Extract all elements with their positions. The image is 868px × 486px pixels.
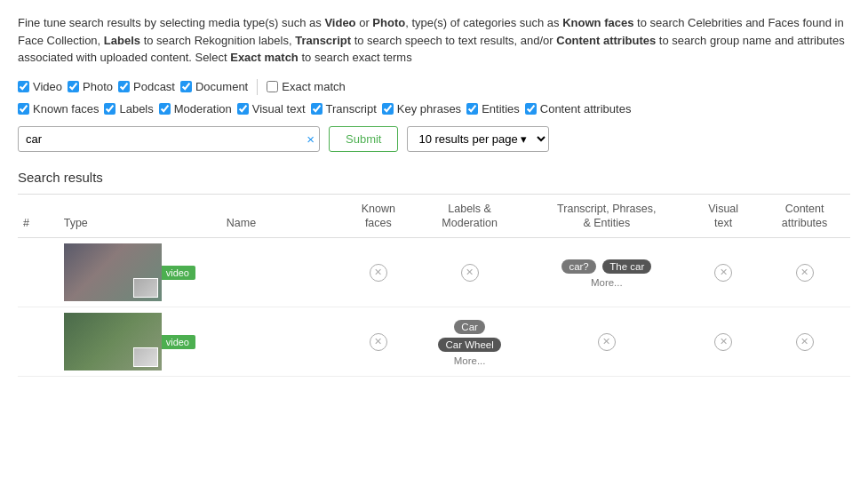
tag-car-question: car?	[561, 259, 595, 274]
checkbox-visual-text[interactable]	[237, 103, 249, 115]
table-header-row: # Type Name Knownfaces Labels &Moderatio…	[18, 194, 850, 238]
filter-divider	[257, 79, 258, 95]
content-attrs-icon-2: ✕	[796, 333, 814, 351]
results-per-page-select[interactable]: 10 results per page ▾ 25 results per pag…	[407, 126, 549, 152]
col-header-visual-text: Visualtext	[688, 194, 759, 238]
tag-car-wheel: Car Wheel	[438, 338, 500, 352]
video-badge-2: video	[160, 335, 195, 349]
cell-labels-mod-2: Car Car Wheel More...	[414, 307, 526, 377]
thumbnail-1	[64, 243, 162, 301]
checkbox-podcast[interactable]	[118, 81, 130, 92]
col-header-transcript: Transcript, Phrases,& Entities	[525, 194, 688, 238]
cell-name-1	[221, 238, 343, 307]
cell-type-1: video	[59, 238, 221, 307]
clear-search-button[interactable]: ×	[307, 132, 315, 146]
filter-moderation[interactable]: Moderation	[159, 102, 232, 116]
visual-text-icon-1: ✕	[714, 264, 732, 282]
filter-podcast[interactable]: Podcast	[118, 80, 175, 93]
checkbox-content-attributes[interactable]	[525, 103, 537, 115]
filter-labels[interactable]: Labels	[104, 102, 153, 116]
col-header-type: Type	[59, 194, 221, 238]
cell-transcript-2: ✕	[525, 307, 688, 377]
checkbox-labels[interactable]	[104, 103, 115, 115]
cell-visual-text-2: ✕	[688, 307, 759, 377]
cell-visual-text-1: ✕	[688, 238, 759, 307]
cell-num-2	[18, 307, 59, 377]
checkbox-photo[interactable]	[68, 81, 79, 92]
tag-the-car: The car	[602, 259, 651, 274]
checkbox-document[interactable]	[180, 81, 192, 92]
description-text: Fine tune search results by selecting me…	[18, 14, 850, 67]
col-header-content-attrs: Contentattributes	[759, 194, 850, 238]
filter-photo[interactable]: Photo	[68, 80, 113, 93]
search-row: × Submit 10 results per page ▾ 25 result…	[18, 126, 850, 152]
checkbox-known-faces[interactable]	[18, 103, 29, 115]
filter-known-faces[interactable]: Known faces	[18, 102, 99, 116]
checkbox-moderation[interactable]	[159, 103, 171, 115]
cell-transcript-1: car? The car More...	[525, 238, 688, 307]
transcript-icon-2: ✕	[598, 333, 616, 351]
cell-labels-mod-1: ✕	[414, 238, 526, 307]
thumbnail-2	[64, 313, 162, 370]
cell-name-2	[221, 307, 343, 377]
transcript-more-link-1[interactable]: More...	[530, 277, 682, 288]
cell-content-attrs-1: ✕	[759, 238, 850, 307]
cell-num-1	[18, 238, 59, 307]
filter-video[interactable]: Video	[18, 80, 62, 93]
filter-row-1: Video Photo Podcast Document Exact match	[18, 79, 850, 95]
col-header-labels-mod: Labels &Moderation	[414, 194, 526, 238]
filter-exact-match[interactable]: Exact match	[267, 80, 346, 93]
checkbox-video[interactable]	[18, 81, 29, 92]
table-row: video ✕ Car Car Wheel More... ✕	[18, 307, 850, 377]
checkbox-entities[interactable]	[466, 103, 478, 115]
col-header-num: #	[18, 194, 59, 238]
cell-type-2: video	[59, 307, 221, 377]
filter-row-2: Known faces Labels Moderation Visual tex…	[18, 102, 850, 116]
filter-transcript[interactable]: Transcript	[311, 102, 377, 116]
checkbox-key-phrases[interactable]	[382, 103, 394, 115]
cell-known-faces-1: ✕	[343, 238, 414, 307]
filter-entities[interactable]: Entities	[466, 102, 520, 116]
results-table: # Type Name Knownfaces Labels &Moderatio…	[18, 194, 850, 378]
cell-content-attrs-2: ✕	[759, 307, 850, 377]
content-attrs-icon-1: ✕	[796, 264, 814, 282]
col-header-name: Name	[221, 194, 343, 238]
filter-visual-text[interactable]: Visual text	[237, 102, 306, 116]
search-input[interactable]	[18, 126, 320, 152]
known-faces-icon-2: ✕	[370, 333, 387, 351]
table-row: video ✕ ✕ car? The car More...	[18, 238, 850, 307]
filter-key-phrases[interactable]: Key phrases	[382, 102, 461, 116]
submit-button[interactable]: Submit	[329, 126, 398, 152]
col-header-known-faces: Knownfaces	[343, 194, 414, 238]
video-badge-1: video	[160, 266, 195, 280]
known-faces-icon-1: ✕	[370, 264, 387, 282]
tag-car: Car	[454, 320, 485, 334]
filter-document[interactable]: Document	[180, 80, 248, 93]
labels-mod-icon-1: ✕	[461, 264, 479, 282]
filter-content-attributes[interactable]: Content attributes	[525, 102, 632, 116]
labels-more-link-2[interactable]: More...	[419, 355, 521, 366]
search-input-wrap: ×	[18, 126, 320, 152]
search-results-title: Search results	[18, 170, 850, 185]
checkbox-transcript[interactable]	[311, 103, 323, 115]
search-results-section: Search results # Type Name Knownfaces La…	[18, 170, 850, 378]
checkbox-exact-match[interactable]	[267, 81, 278, 92]
cell-known-faces-2: ✕	[343, 307, 414, 377]
visual-text-icon-2: ✕	[714, 333, 732, 351]
